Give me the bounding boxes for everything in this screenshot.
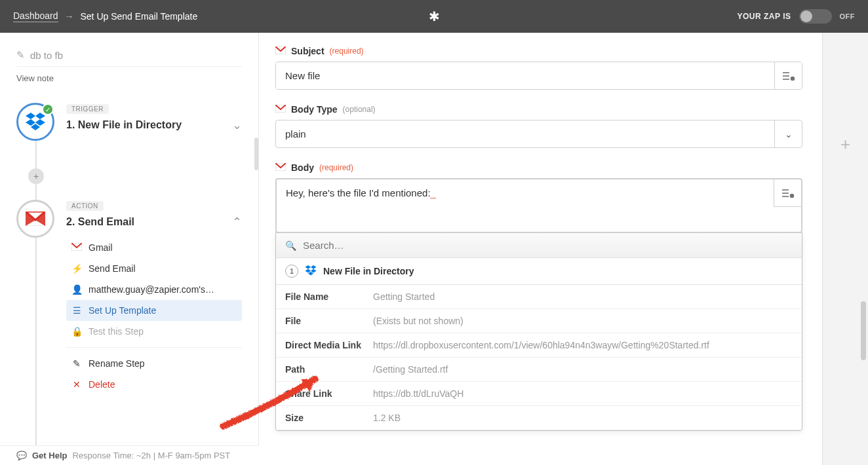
check-badge-icon: ✓ [42,103,54,115]
field-key: File [285,316,364,326]
gmail-icon [71,242,82,253]
gmail-icon [275,104,286,115]
substep-delete-label: Delete [89,379,115,390]
field-option-row[interactable]: Share Linkhttps://db.tt/dLruVaQH [276,382,802,406]
substep-rename[interactable]: ✎ Rename Step [66,353,242,374]
add-step-button[interactable]: + [28,168,44,184]
delete-icon: ✕ [71,379,82,390]
bodytype-field-group: Body Type (optional) plain ⌄ [275,104,802,148]
field-option-row[interactable]: Path/Getting Started.rtf [276,358,802,382]
subject-field-group: Subject (required) [275,46,802,90]
svg-marker-28 [311,269,317,272]
svg-marker-27 [305,269,311,272]
bodytype-value: plain [276,121,774,147]
zap-off-label: OFF [840,12,856,20]
dropdown-search[interactable]: 🔍 [276,233,802,258]
zap-status-label: YOUR ZAP IS [738,12,791,21]
right-scrollbar[interactable] [861,301,866,360]
view-note-link[interactable]: View note [16,73,242,83]
gmail-icon [275,162,286,173]
field-option-row[interactable]: Size1.2 KB [276,406,802,430]
response-time-label: Response Time: ~2h | M-F 9am-5pm PST [72,451,230,460]
trigger-title: 1. New File in Directory [66,119,182,131]
dropdown-search-input[interactable] [303,240,793,251]
field-value: 1.2 KB [373,413,401,423]
substep-rename-label: Rename Step [89,358,145,369]
chat-icon: 💬 [16,451,27,460]
step-number-badge: 1 [285,265,298,278]
field-value: https://dl.dropboxusercontent.com/1/view… [373,340,709,350]
chevron-down-icon[interactable]: ⌄ [232,118,242,132]
zap-toggle[interactable] [799,9,832,24]
trigger-app-icon: ✓ [16,103,54,141]
required-label: (required) [330,46,364,56]
field-option-row[interactable]: File(Exists but not shown) [276,309,802,333]
field-option-row[interactable]: File NameGetting Started [276,285,802,309]
substep-delete[interactable]: ✕ Delete [66,374,242,395]
trigger-step[interactable]: ✓ TRIGGER 1. New File in Directory ⌄ [16,103,242,141]
body-value: Hey, here's the file I'd mentioned: [286,187,431,198]
substep-action[interactable]: ⚡ Send Email [66,258,242,279]
zap-status: YOUR ZAP IS OFF [738,9,855,24]
lock-icon: 🔒 [71,326,82,337]
main-form: Subject (required) Body Type (optional) … [259,33,819,465]
zap-name: db to fb [30,50,63,61]
zap-name-row[interactable]: ✎ db to fb [16,49,242,67]
substep-template[interactable]: ☰ Set Up Template [66,300,242,321]
bolt-icon: ⚡ [71,263,82,274]
field-value: https://db.tt/dLruVaQH [373,388,464,399]
page-title: Set Up Send Email Template [81,11,198,22]
field-key: Path [285,364,364,375]
substep-app-label: Gmail [89,242,113,253]
top-bar: Dashboard → Set Up Send Email Template ✱… [0,0,868,33]
field-option-row[interactable]: Direct Media Linkhttps://dl.dropboxuserc… [276,333,802,358]
field-value: /Getting Started.rtf [373,364,448,375]
help-footer[interactable]: 💬 Get Help Response Time: ~2h | M-F 9am-… [0,445,259,465]
svg-marker-0 [26,113,35,119]
bodytype-select[interactable]: plain ⌄ [275,120,802,148]
substep-account[interactable]: 👤 matthew.guay@zapier.com's… [66,279,242,300]
add-button[interactable]: + [840,134,850,155]
trigger-tag: TRIGGER [66,104,109,114]
breadcrumb-arrow: → [65,11,74,22]
svg-marker-25 [305,265,311,269]
step-connector-tail [35,234,37,445]
svg-marker-29 [308,271,313,275]
substep-test[interactable]: 🔒 Test this Step [66,321,242,342]
action-title: 2. Send Email [66,216,134,228]
action-app-icon [16,200,54,238]
body-field-group: Body (required) Hey, here's the file I'd… [275,162,802,431]
substep-app[interactable]: Gmail [66,237,242,258]
field-key: Size [285,413,364,423]
action-step[interactable]: ACTION 2. Send Email ⌃ Gmail ⚡ Send Emai… [16,200,242,395]
substep-test-label: Test this Step [89,326,144,337]
gmail-icon [275,46,286,56]
field-value: Getting Started [373,291,435,302]
template-icon: ☰ [71,305,82,316]
optional-label: (optional) [343,105,376,114]
field-value: (Exists but not shown) [373,316,464,326]
subject-input[interactable] [276,62,774,89]
substep-action-label: Send Email [89,263,136,274]
get-help-label: Get Help [32,451,67,460]
text-cursor: _ [431,187,436,198]
action-tag: ACTION [66,201,104,211]
dropdown-source-header[interactable]: 1 New File in Directory [276,258,802,285]
insert-field-button[interactable] [774,62,802,89]
dropbox-icon [305,265,317,278]
substep-template-label: Set Up Template [89,305,156,316]
field-picker-dropdown: 🔍 1 New File in Directory File NameGetti… [275,232,802,431]
field-key: Share Link [285,388,364,399]
dropdown-source-label: New File in Directory [323,266,414,276]
right-rail: + [822,33,868,465]
chevron-up-icon[interactable]: ⌃ [232,215,242,229]
insert-field-button[interactable] [774,179,801,207]
search-icon: 🔍 [285,240,296,251]
body-textarea[interactable]: Hey, here's the file I'd mentioned:_ [275,178,802,233]
sidebar-scrollbar[interactable] [254,138,258,170]
svg-marker-3 [35,119,45,126]
chevron-down-icon: ⌄ [774,121,802,147]
pencil-icon: ✎ [16,49,25,61]
person-icon: 👤 [71,284,82,295]
dashboard-link[interactable]: Dashboard [13,10,58,22]
